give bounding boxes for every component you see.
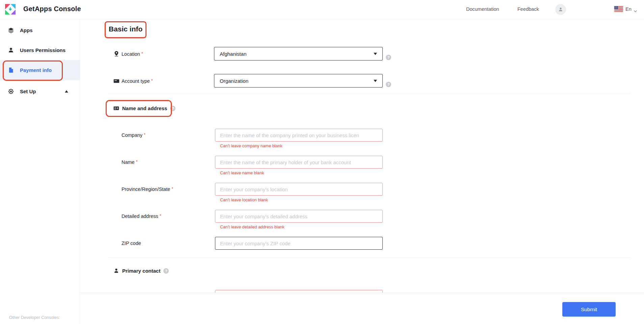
required-asterisk: * bbox=[171, 186, 173, 191]
id-card-icon bbox=[113, 105, 119, 111]
name-error: Can't leave name blank bbox=[220, 171, 264, 175]
page-title: Basic info bbox=[109, 25, 142, 33]
card-icon bbox=[113, 78, 119, 84]
location-select[interactable]: Afghanistan bbox=[214, 47, 383, 60]
account-type-label: Account type* bbox=[122, 78, 153, 84]
required-asterisk: * bbox=[151, 78, 153, 83]
footer-bar bbox=[80, 293, 644, 324]
chevron-up-icon[interactable] bbox=[65, 90, 68, 93]
section-divider bbox=[109, 94, 630, 94]
section-divider bbox=[109, 257, 630, 258]
chevron-down-icon[interactable] bbox=[634, 8, 637, 11]
name-input[interactable] bbox=[215, 156, 383, 169]
province-input[interactable] bbox=[215, 183, 383, 196]
account-type-help-icon[interactable]: ? bbox=[386, 82, 391, 87]
sidebar: Apps Users Permissions Payment info bbox=[0, 19, 80, 324]
sidebar-item-label: Payment info bbox=[20, 67, 52, 73]
getapps-logo-icon bbox=[4, 3, 17, 16]
documentation-link[interactable]: Documentation bbox=[466, 6, 499, 12]
dropdown-arrow-icon bbox=[374, 80, 377, 82]
company-label: Company* bbox=[122, 132, 145, 138]
zip-code-input[interactable] bbox=[215, 237, 383, 250]
layers-icon bbox=[8, 27, 14, 33]
language-selector[interactable]: En bbox=[625, 6, 632, 12]
detailed-address-error: Can't leave detailed address blank bbox=[220, 225, 285, 229]
document-icon bbox=[8, 67, 14, 73]
section-title: Primary contact bbox=[122, 268, 160, 274]
person-icon bbox=[113, 268, 119, 274]
required-asterisk: * bbox=[144, 132, 145, 137]
detailed-address-input[interactable] bbox=[215, 210, 383, 223]
sidebar-item-label: Set Up bbox=[20, 89, 36, 94]
location-help-icon[interactable]: ? bbox=[386, 55, 391, 60]
location-select-value: Afghanistan bbox=[220, 51, 246, 57]
sidebar-item-set-up[interactable]: Set Up bbox=[0, 81, 80, 101]
sidebar-item-label: Apps bbox=[20, 27, 33, 33]
avatar-person-icon bbox=[558, 7, 563, 12]
dropdown-arrow-icon bbox=[374, 53, 377, 55]
app-title: GetApps Console bbox=[23, 5, 81, 13]
sidebar-item-payment-info[interactable]: Payment info bbox=[0, 60, 80, 80]
zip-code-label: ZIP code bbox=[122, 241, 141, 246]
company-error: Can't leave company name blank bbox=[220, 144, 282, 148]
gear-icon bbox=[8, 88, 14, 95]
name-label: Name* bbox=[122, 159, 138, 165]
location-label: Location* bbox=[122, 51, 143, 57]
name-address-section-header: Name and address ? bbox=[113, 105, 176, 111]
required-asterisk: * bbox=[136, 159, 138, 164]
detailed-address-label: Detailed address* bbox=[122, 214, 161, 219]
sidebar-item-users-permissions[interactable]: Users Permissions bbox=[0, 40, 80, 60]
province-error: Can't leave location blank bbox=[220, 198, 268, 202]
user-avatar[interactable] bbox=[555, 4, 566, 15]
user-icon bbox=[8, 47, 14, 53]
section-title: Name and address bbox=[122, 105, 167, 111]
top-header: GetApps Console Documentation Feedback bbox=[0, 0, 644, 19]
company-input[interactable] bbox=[215, 129, 383, 142]
feedback-link[interactable]: Feedback bbox=[517, 6, 539, 12]
other-consoles-label: Other Developer Consoles: bbox=[9, 315, 60, 320]
submit-button[interactable]: Submit bbox=[562, 302, 616, 317]
province-label: Province/Region/State* bbox=[122, 186, 173, 192]
location-pin-icon bbox=[113, 51, 119, 57]
primary-contact-help-icon[interactable]: ? bbox=[163, 268, 169, 274]
primary-contact-section-header: Primary contact ? bbox=[113, 268, 169, 274]
account-type-select-value: Organization bbox=[220, 78, 248, 84]
required-asterisk: * bbox=[141, 51, 143, 56]
required-asterisk: * bbox=[160, 213, 161, 218]
name-address-help-icon[interactable]: ? bbox=[170, 106, 176, 111]
us-flag-icon bbox=[614, 6, 623, 12]
sidebar-item-apps[interactable]: Apps bbox=[0, 20, 80, 40]
account-type-select[interactable]: Organization bbox=[214, 74, 383, 88]
sidebar-item-label: Users Permissions bbox=[20, 47, 65, 53]
